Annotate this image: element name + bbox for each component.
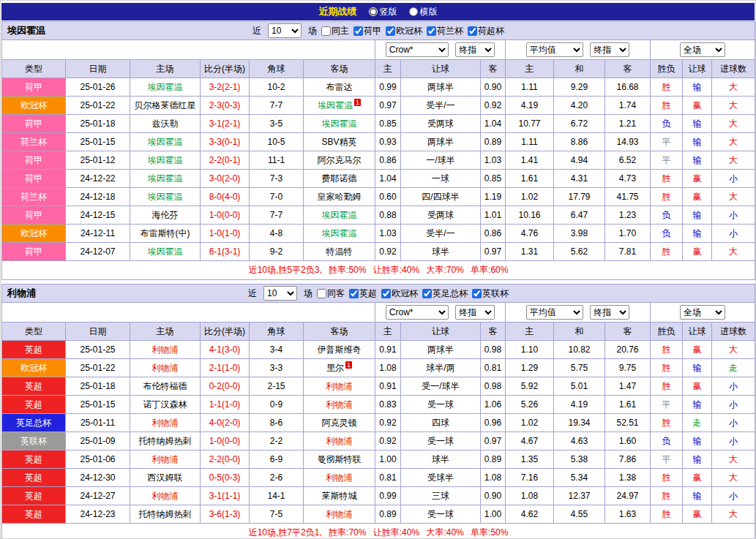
- home-team-link[interactable]: 海伦芬: [130, 206, 201, 225]
- away-team-link[interactable]: 费耶诺德: [304, 170, 375, 188]
- vertical-radio[interactable]: [369, 7, 378, 16]
- away-team-link[interactable]: 阿克灵顿: [304, 414, 375, 432]
- league-checkbox[interactable]: [353, 26, 363, 36]
- match-count-select[interactable]: 10: [268, 23, 302, 38]
- league-checkbox[interactable]: [472, 289, 482, 298]
- team-name[interactable]: 利物浦: [7, 287, 36, 300]
- home-team-link[interactable]: 埃因霍温: [130, 170, 201, 188]
- league-type-badge: 荷甲: [2, 243, 66, 261]
- home-team-link[interactable]: 布伦特福德: [130, 377, 201, 396]
- league-filter[interactable]: 荷兰杯: [427, 25, 463, 37]
- europe-final-select[interactable]: 终指: [590, 42, 629, 57]
- home-team-link[interactable]: 西汉姆联: [130, 469, 201, 487]
- league-filter[interactable]: 欧冠杯: [381, 287, 418, 300]
- away-team-link[interactable]: 布雷达: [304, 78, 375, 97]
- home-team-link[interactable]: 利物浦: [130, 359, 201, 377]
- horizontal-radio[interactable]: [409, 7, 418, 16]
- away-team-link[interactable]: 莱斯特城: [304, 487, 375, 505]
- home-team-link[interactable]: 埃因霍温: [130, 243, 201, 261]
- section-header-cell: 利物浦 近 10 场 同客 英超欧冠杯英足总杯英联杯: [2, 284, 755, 303]
- matches-label: 场: [308, 25, 317, 37]
- away-team-link[interactable]: 埃因霍温: [304, 206, 375, 225]
- league-checkbox[interactable]: [427, 26, 436, 36]
- league-checkbox[interactable]: [349, 289, 359, 298]
- layout-horizontal-option[interactable]: 横版: [409, 6, 438, 18]
- score: 3-3(0-1): [201, 133, 250, 151]
- avg-away-odds: 1.74: [605, 97, 651, 115]
- away-team-link[interactable]: 埃因霍温1: [304, 97, 375, 115]
- same-venue-checkbox[interactable]: [321, 26, 331, 36]
- away-team-link[interactable]: 利物浦: [304, 469, 375, 487]
- home-team-link[interactable]: 贝尔格莱德红星: [130, 97, 201, 115]
- handicap-away-odds: 0.81: [481, 359, 506, 377]
- same-venue-filter[interactable]: 同客: [317, 287, 345, 300]
- away-team-link[interactable]: 特温特: [304, 243, 375, 261]
- handicap-line: 受球半: [401, 469, 481, 487]
- league-checkbox[interactable]: [468, 26, 477, 36]
- league-checkbox[interactable]: [422, 289, 432, 298]
- home-team-link[interactable]: 利物浦: [130, 414, 201, 432]
- layout-vertical-option[interactable]: 竖版: [369, 6, 397, 18]
- league-filter[interactable]: 荷甲: [353, 25, 381, 37]
- handicap-final-select[interactable]: 终指: [455, 42, 495, 57]
- handicap-line: 受一/球半: [401, 377, 481, 396]
- same-venue-checkbox[interactable]: [317, 289, 326, 298]
- team-name[interactable]: 埃因霍温: [7, 24, 45, 37]
- away-team-link[interactable]: 埃因霍温: [304, 225, 375, 243]
- column-header: 主场: [130, 323, 201, 341]
- home-team-link[interactable]: 布雷斯特(中): [130, 225, 201, 243]
- home-team-link[interactable]: 埃因霍温: [130, 151, 201, 170]
- avg-home-odds: 10.16: [506, 206, 554, 225]
- average-select[interactable]: 平均值: [526, 305, 583, 320]
- league-filter[interactable]: 英超: [349, 287, 377, 300]
- score: 1-1(1-0): [201, 396, 250, 414]
- home-team-link[interactable]: 利物浦: [130, 487, 201, 505]
- home-team-link[interactable]: 托特纳姆热刺: [130, 432, 201, 451]
- scope-select[interactable]: 全场: [680, 42, 725, 57]
- bookmaker-select[interactable]: Crow*: [386, 42, 449, 57]
- away-team-link[interactable]: 利物浦: [304, 505, 375, 524]
- avg-draw-odds: 12.37: [554, 487, 605, 505]
- away-team-link[interactable]: 利物浦: [304, 396, 375, 414]
- home-team-link[interactable]: 埃因霍温: [130, 133, 201, 151]
- score: 3-6(1-3): [201, 505, 250, 524]
- handicap-final-select[interactable]: 终指: [455, 305, 495, 320]
- away-team-link[interactable]: 皇家哈勤姆: [304, 188, 375, 206]
- league-filter[interactable]: 英足总杯: [422, 287, 468, 300]
- column-header: 进球数: [712, 60, 755, 78]
- home-team-link[interactable]: 埃因霍温: [130, 78, 201, 97]
- away-team-link[interactable]: SBV精英: [304, 133, 375, 151]
- bookmaker-select[interactable]: Crow*: [386, 305, 449, 320]
- away-team-link[interactable]: 伊普斯维奇: [304, 341, 375, 359]
- league-filter[interactable]: 英联杯: [472, 287, 509, 300]
- same-venue-filter[interactable]: 同主: [321, 25, 349, 37]
- league-checkbox[interactable]: [386, 26, 395, 36]
- handicap-line: 球半/两: [401, 359, 481, 377]
- handicap-away-odds: 0.98: [481, 341, 506, 359]
- away-team-link[interactable]: 埃因霍温: [304, 115, 375, 133]
- away-team-link[interactable]: 曼彻斯特联: [304, 451, 375, 469]
- league-filter[interactable]: 荷超杯: [468, 25, 504, 37]
- home-team-link[interactable]: 诺丁汉森林: [130, 396, 201, 414]
- league-filter[interactable]: 欧冠杯: [386, 25, 422, 37]
- home-team-link[interactable]: 托特纳姆热刺: [130, 505, 201, 524]
- home-team-link[interactable]: 兹沃勒: [130, 115, 201, 133]
- match-date: 25-01-15: [66, 133, 130, 151]
- scope-select[interactable]: 全场: [680, 305, 725, 320]
- home-team-link[interactable]: 利物浦: [130, 341, 201, 359]
- away-team-link[interactable]: 利物浦: [304, 377, 375, 396]
- match-row: 英超24-12-30西汉姆联0-5(0-3)2-6利物浦0.81受球半1.087…: [2, 469, 755, 487]
- result-goals: 小: [712, 377, 755, 396]
- average-select[interactable]: 平均值: [526, 42, 583, 57]
- result-goals: 小: [712, 414, 755, 432]
- away-team-link[interactable]: 阿尔克马尔: [304, 151, 375, 170]
- away-team-link[interactable]: 利物浦: [304, 432, 375, 451]
- league-checkbox[interactable]: [381, 289, 391, 298]
- home-team-link[interactable]: 利物浦: [130, 451, 201, 469]
- europe-final-select[interactable]: 终指: [590, 305, 629, 320]
- away-team-link[interactable]: 里尔1: [304, 359, 375, 377]
- handicap-away-odds: 0.90: [481, 78, 506, 97]
- avg-home-odds: 1.31: [506, 243, 554, 261]
- match-count-select[interactable]: 10: [263, 286, 297, 301]
- home-team-link[interactable]: 埃因霍温: [130, 188, 201, 206]
